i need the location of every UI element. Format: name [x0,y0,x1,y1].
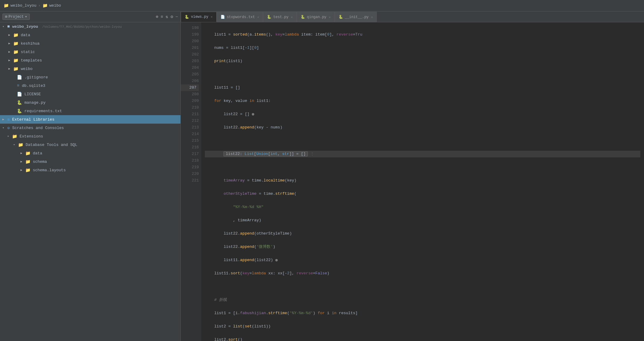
tree-label-data: data [21,33,30,37]
collapse-icon[interactable]: ≡ [161,14,163,19]
folder-icon2: 📁 [42,3,48,8]
tab-views-label: views.py [191,15,208,19]
tree-label-keshihua: keshihua [21,41,39,46]
tree-item-manage[interactable]: ▶ 🐍 manage.py [0,98,180,107]
tree-item-scratches[interactable]: ▾ ⊙ Scratches and Consoles [0,124,180,132]
arrow-static: ▶ [8,50,12,54]
tree-label-extensions: Extensions [20,134,43,139]
line-200: print(list1) [205,58,640,65]
folder-root-icon: ■ [7,24,10,29]
tree-item-db[interactable]: ▶ ≡ db.sqlite3 [0,81,180,90]
tree-item-keshihua[interactable]: ▶ 📁 keshihua [0,39,180,48]
tab-init[interactable]: 🐍 __init__.py ✕ [335,12,377,22]
file-req-icon: 🐍 [17,109,22,114]
tab-qingan[interactable]: 🐍 qingan.py ✕ [297,12,335,22]
tab-views-close[interactable]: ✕ [211,15,213,19]
arrow-keshihua: ▶ [8,42,12,45]
tree-item-weibo[interactable]: ▶ 📁 weibo [0,65,180,73]
sidebar-toolbar-icons: ⊕ ≡ ⇅ ⚙ − [156,14,178,19]
arrow-data2: ▶ [20,151,24,155]
filter-icon[interactable]: ⇅ [166,14,168,19]
tab-init-close[interactable]: ✕ [371,15,373,19]
project-dropdown[interactable]: ⊞ Project ▾ [2,14,30,20]
tree-item-static[interactable]: ▶ 📁 static [0,48,180,56]
line-217 [205,283,640,290]
folder-ext-icon: 📁 [12,134,17,139]
line-205: list22.append(key - nums) [205,124,640,131]
tree-label-static: static [21,50,35,54]
line-213: list22.append(otherStyleTime) [205,230,640,237]
tree-item-data2[interactable]: ▶ 📁 data [0,149,180,157]
tree-label-req: requirements.txt [24,109,62,113]
tree-label-scratches: Scratches and Consoles [12,126,64,130]
folder-weibo-icon: 📁 [13,66,18,71]
tree-item-templates[interactable]: ▶ 📁 templates [0,56,180,65]
tab-stopwords-label: stopwords.txt [227,15,255,19]
tree-label-schema: schema [33,159,47,164]
tree-item-schema[interactable]: ▶ 📁 schema [0,157,180,166]
editor-area: 🐍 views.py ✕ 📄 stopwords.txt ✕ 🐍 test.py… [181,11,644,341]
locate-icon[interactable]: ⊕ [156,14,158,19]
sidebar: ⊞ Project ▾ ⊕ ≡ ⇅ ⚙ − ▾ ■ weibo_lvyou /V… [0,11,181,341]
sidebar-toolbar: ⊞ Project ▾ ⊕ ≡ ⇅ ⚙ − [0,11,180,22]
tab-init-label: __init__.py [345,15,369,19]
tree-item-ext-libs[interactable]: ▶ ≋ External Libraries [0,115,180,124]
tree-item-schema-layouts[interactable]: ▶ 📁 schema.layouts [0,166,180,174]
project-label-text: Project [8,15,23,19]
line-203: for key, value in list1: [205,98,640,104]
tree-item-license[interactable]: ▶ 📄 LICENSE [0,90,180,98]
tab-bar: 🐍 views.py ✕ 📄 stopwords.txt ✕ 🐍 test.py… [181,11,644,22]
line-220: list2 = list(set(list1)) [205,323,640,330]
minimize-icon[interactable]: − [176,14,178,19]
line-209: timeArray = time.localtime(key) [205,177,640,184]
tab-stopwords-close[interactable]: ✕ [257,15,259,19]
line-208 [205,164,640,171]
tree-label-weibo: weibo [21,67,33,71]
tree-item-data[interactable]: ▶ 📁 data [0,31,180,39]
line-199: nums = list1[-1][0] [205,45,640,51]
line-218: # 折线 [205,297,640,303]
arrow-scratch: ▾ [2,126,6,130]
folder-schema-icon: 📁 [25,159,30,164]
line-202: list11 = [] [205,84,640,91]
tab-qingan-close[interactable]: ✕ [329,15,331,19]
tree-item-requirements[interactable]: ▶ 🐍 requirements.txt [0,107,180,115]
line-207: list22: List[Union[int, str]] = [] ⋮ [205,151,640,157]
tree-label-db-tools: Database Tools and SQL [26,143,77,147]
tree-label-db: db.sqlite3 [22,84,45,88]
tree-label-gitignore: .gitignore [24,75,48,80]
tab-views[interactable]: 🐍 views.py ✕ [181,12,217,22]
code-content[interactable]: list1 = sorted(a.items(), key=lambda ite… [201,22,644,341]
tree-item-root[interactable]: ▾ ■ weibo_lvyou /Volumes/T7_MAC/BUSHU/py… [0,22,180,31]
tree-item-db-tools[interactable]: ▾ 📁 Database Tools and SQL [0,141,180,149]
line-219: list1 = [i.fabushijian.strftime('%Y-%m-%… [205,310,640,317]
main-layout: ⊞ Project ▾ ⊕ ≡ ⇅ ⚙ − ▾ ■ weibo_lvyou /V… [0,11,644,341]
arrow-schema-layouts: ▶ [20,168,24,172]
sidebar-tree: ▾ ■ weibo_lvyou /Volumes/T7_MAC/BUSHU/py… [0,22,180,341]
code-editor[interactable]: 198 199 200 201 202 203 204 205 206 207 … [181,22,644,341]
scratches-icon: ⊙ [7,125,10,131]
tab-test[interactable]: 🐍 test.py ✕ [263,12,296,22]
tab-test-close[interactable]: ✕ [291,15,293,19]
tree-label-data2: data [33,151,42,156]
tree-item-gitignore[interactable]: ▶ 📄 .gitignore [0,73,180,81]
folder-templates-icon: 📁 [13,58,18,63]
tree-label-templates: templates [21,58,42,63]
ext-lib-icon: ≋ [7,117,10,122]
tab-qingan-label: qingan.py [307,15,327,19]
tree-label-root: weibo_lvyou /Volumes/T7_MAC/BUSHU/python… [12,24,122,29]
settings-icon[interactable]: ⚙ [170,14,173,19]
line-212: , timeArray) [205,217,640,224]
folder-data2-icon: 📁 [25,151,30,156]
line-214: list22.append('微博数') [205,244,640,250]
file-license-icon: 📄 [17,92,22,97]
folder-data-icon: 📁 [13,33,18,38]
line-211: "%Y-%m-%d %H" [205,204,640,210]
tab-stopwords[interactable]: 📄 stopwords.txt ✕ [217,12,263,22]
tree-label-ext: External Libraries [12,117,54,122]
line-206 [205,137,640,144]
line-221: list2.sort() [205,336,640,341]
line-201 [205,71,640,78]
tab-views-icon: 🐍 [185,15,189,19]
tree-item-extensions[interactable]: ▾ 📁 Extensions [0,132,180,141]
